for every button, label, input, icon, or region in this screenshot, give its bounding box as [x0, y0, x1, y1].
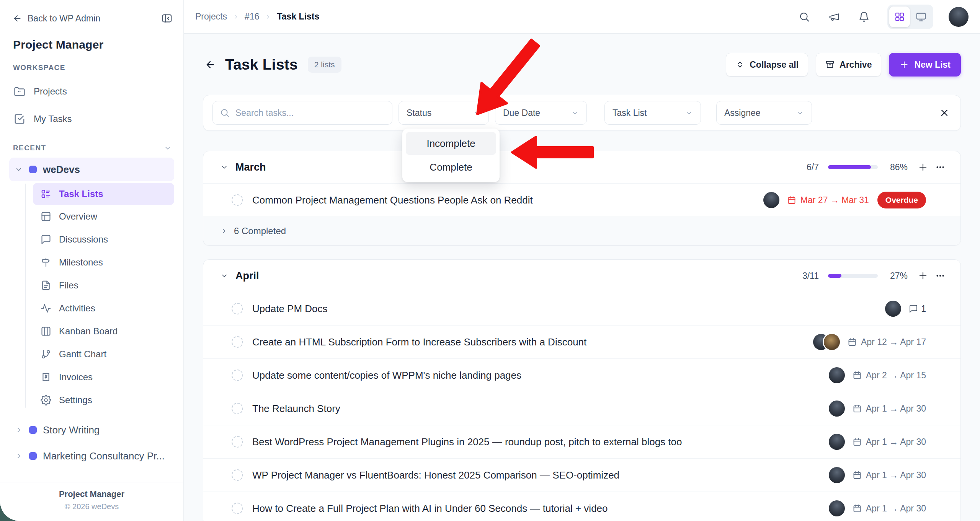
sidebar-item-label: Invoices [59, 372, 93, 383]
task-list-name: March [235, 161, 266, 173]
clear-filters-button[interactable] [938, 106, 951, 120]
task-list-header[interactable]: March6/786% [203, 151, 960, 184]
task-title: Create an HTML Subscription Form to Incr… [252, 336, 586, 348]
task-title: WP Project Manager vs FluentBoards: Hone… [252, 469, 619, 481]
notifications-button[interactable] [857, 10, 871, 24]
search-icon [220, 108, 230, 118]
list-more-button[interactable] [934, 269, 947, 282]
collapse-sidebar-button[interactable] [160, 11, 174, 26]
app-title: Project Manager [13, 38, 174, 51]
task-list-cards: March6/786%Common Project Management Que… [203, 151, 961, 521]
sidebar-project-marketing-consultancy-pr[interactable]: Marketing Consultancy Pr... [9, 444, 174, 468]
due-date-value: Apr 1 → Apr 30 [866, 503, 926, 514]
add-task-button[interactable] [916, 269, 930, 283]
task-checkbox[interactable] [232, 303, 243, 314]
sidebar-item-invoices[interactable]: Invoices [33, 366, 174, 389]
sidebar-item-overview[interactable]: Overview [33, 205, 174, 228]
calendar-icon [787, 195, 796, 205]
task-checkbox[interactable] [232, 370, 243, 381]
sidebar-item-milestones[interactable]: Milestones [33, 251, 174, 274]
task-row[interactable]: Update some content/copies of WPPM's nic… [203, 359, 960, 392]
task-list-card-april: April3/1127%Update PM Docs1Create an HTM… [203, 259, 961, 521]
sidebar-item-gantt-chart[interactable]: Gantt Chart [33, 343, 174, 366]
task-meta: Apr 12 → Apr 17 [813, 334, 926, 350]
sidebar-item-kanban-board[interactable]: Kanban Board [33, 320, 174, 343]
sidebar-project-wedevs[interactable]: weDevs [9, 158, 174, 181]
milestone-icon [41, 257, 51, 268]
project-color-dot [29, 426, 37, 434]
chevron-down-icon [571, 109, 579, 117]
grid-view-button[interactable] [889, 7, 910, 27]
sidebar-item-activities[interactable]: Activities [33, 297, 174, 320]
sidebar-item-settings[interactable]: Settings [33, 389, 174, 412]
sidebar-item-label: Discussions [59, 234, 108, 245]
task-checkbox[interactable] [232, 194, 243, 206]
comment-icon [909, 304, 918, 313]
task-row[interactable]: How to Create a Full Project Plan with A… [203, 492, 960, 521]
completed-tasks-toggle[interactable]: 6 Completed [203, 217, 960, 245]
archive-button[interactable]: Archive [816, 53, 881, 77]
task-meta: Apr 1 → Apr 30 [829, 401, 926, 417]
footer-title: Project Manager [9, 489, 174, 499]
status-dropdown-menu: IncompleteComplete [402, 129, 500, 182]
calendar-icon [853, 404, 862, 413]
filter-select-status[interactable]: Status [399, 101, 489, 125]
chevron-down-icon[interactable] [163, 144, 172, 152]
project-color-dot [29, 166, 37, 173]
status-option-incomplete[interactable]: Incomplete [406, 132, 496, 155]
sidebar-item-files[interactable]: Files [33, 274, 174, 297]
task-title: The Relaunch Story [252, 403, 340, 415]
assignee-avatars [829, 467, 845, 483]
list-more-button[interactable] [934, 161, 947, 174]
due-date: Apr 2 → Apr 15 [853, 370, 926, 381]
back-link-label: Back to WP Admin [28, 13, 100, 24]
task-checkbox[interactable] [232, 469, 243, 481]
task-row[interactable]: Create an HTML Subscription Form to Incr… [203, 326, 960, 359]
back-to-wp-admin-link[interactable]: Back to WP Admin [9, 13, 100, 24]
assignee-avatars [829, 401, 845, 417]
status-option-complete[interactable]: Complete [406, 156, 496, 179]
chevrons-up-down-icon [735, 60, 745, 69]
assignee-avatar [829, 500, 845, 516]
calendar-icon [853, 471, 862, 480]
task-row[interactable]: WP Project Manager vs FluentBoards: Hone… [203, 459, 960, 492]
task-list-header[interactable]: April3/1127% [203, 260, 960, 292]
task-row[interactable]: The Relaunch StoryApr 1 → Apr 30 [203, 392, 960, 425]
progress-count: 3/11 [802, 271, 819, 281]
task-row[interactable]: Common Project Management Questions Peop… [203, 184, 960, 217]
page-back-button[interactable] [203, 57, 217, 72]
due-date-value: Apr 1 → Apr 30 [866, 404, 926, 414]
sidebar-item-label: My Tasks [34, 114, 72, 124]
topbar-actions [797, 5, 969, 29]
sidebar-item-task-lists[interactable]: Task Lists [33, 183, 174, 205]
monitor-view-button[interactable] [911, 7, 931, 27]
gear-icon [41, 395, 51, 405]
collapse-all-button[interactable]: Collapse all [726, 53, 808, 77]
sidebar-project-story-writing[interactable]: Story Writing [9, 418, 174, 442]
task-checkbox[interactable] [232, 403, 243, 414]
task-checkbox[interactable] [232, 336, 243, 348]
breadcrumb-item-projects[interactable]: Projects [195, 11, 227, 22]
filter-select-due-date[interactable]: Due Date [495, 101, 587, 125]
assignee-avatar [829, 467, 845, 483]
task-checkbox[interactable] [232, 436, 243, 448]
new-list-button[interactable]: New List [889, 53, 961, 77]
due-date: Apr 12 → Apr 17 [848, 337, 926, 347]
task-checkbox[interactable] [232, 503, 243, 514]
filter-select-task-list[interactable]: Task List [604, 101, 701, 125]
search-button[interactable] [797, 10, 812, 24]
announcements-button[interactable] [827, 10, 841, 24]
sidebar-item-label: Activities [59, 303, 95, 314]
task-row[interactable]: Best WordPress Project Management Plugin… [203, 425, 960, 459]
sidebar-item-discussions[interactable]: Discussions [33, 228, 174, 251]
breadcrumb-item-16[interactable]: #16 [245, 11, 259, 22]
task-row[interactable]: Update PM Docs1 [203, 292, 960, 326]
user-avatar[interactable] [949, 7, 969, 27]
new-list-label: New List [914, 60, 951, 70]
task-search-input[interactable] [235, 107, 385, 119]
sidebar-item-my-tasks[interactable]: My Tasks [9, 108, 174, 130]
add-task-button[interactable] [916, 160, 930, 174]
panel-collapse-icon [161, 13, 173, 24]
sidebar-item-projects[interactable]: Projects [9, 80, 174, 103]
filter-select-assignee[interactable]: Assignee [716, 101, 812, 125]
